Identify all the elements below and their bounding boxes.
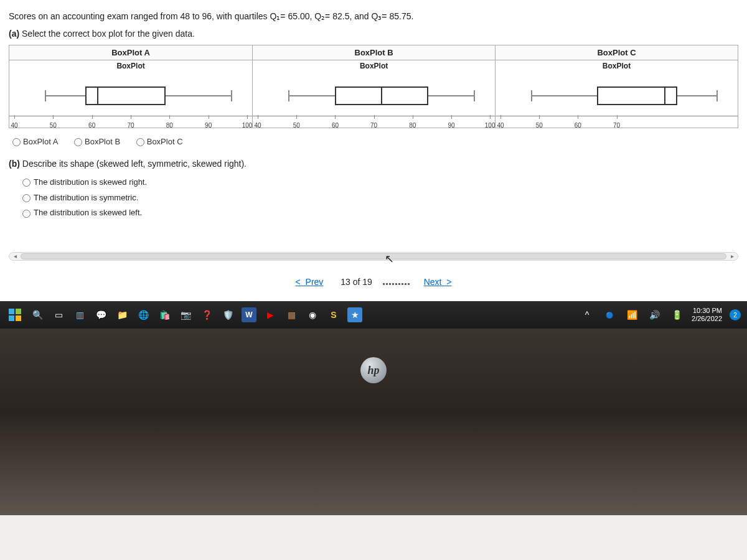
youtube-icon[interactable]: ▶: [263, 307, 278, 322]
file-explorer-icon[interactable]: 📁: [115, 307, 129, 322]
part-a-prompt: (a) Select the correct box plot for the …: [9, 29, 738, 39]
boxplot-c-chart: 40506070: [496, 72, 738, 128]
store-icon[interactable]: 🛍️: [157, 307, 172, 322]
windows-taskbar: 🔍 ▭ ▥ 💬 📁 🌐 🛍️ 📷 ❓ 🛡️ W ▶ ▦ ◉ S ★ ^ 🔵 📶 …: [0, 301, 747, 329]
radio-skewed-right[interactable]: The distribution is skewed right.: [22, 175, 738, 190]
boxplot-b-title: BoxPlot: [253, 62, 495, 70]
mcafee-icon[interactable]: 🛡️: [220, 307, 235, 322]
radio-boxplot-a-label: BoxPlot A: [23, 137, 58, 146]
scroll-thumb[interactable]: [21, 253, 726, 259]
boxplot-c-title: BoxPlot: [496, 62, 738, 70]
radio-skewed-right-label: The distribution is skewed right.: [34, 177, 147, 187]
volume-icon[interactable]: 🔊: [647, 307, 662, 322]
star-app-icon[interactable]: ★: [347, 307, 362, 322]
radio-symmetric[interactable]: The distribution is symmetric.: [22, 190, 738, 206]
radio-symmetric-label: The distribution is symmetric.: [34, 193, 138, 202]
task-view-icon[interactable]: ▭: [51, 307, 66, 322]
hp-logo-icon: hp: [360, 357, 387, 383]
question-of: of: [353, 277, 360, 287]
camera-icon[interactable]: 📷: [178, 307, 193, 322]
chat-icon[interactable]: 💬: [93, 307, 108, 322]
radio-boxplot-c-label: BoxPlot C: [147, 137, 183, 146]
prev-label: Prev: [306, 277, 324, 287]
radio-boxplot-b-label: BoxPlot B: [85, 137, 120, 146]
boxplot-a-header: BoxPlot A: [9, 45, 253, 60]
part-b-prompt: (b) Describe its shape (skewed left, sym…: [9, 159, 738, 169]
radio-boxplot-c-input[interactable]: [136, 138, 144, 146]
prev-link[interactable]: < Prev: [296, 277, 324, 287]
wifi-icon[interactable]: 📶: [624, 307, 639, 322]
edge-icon[interactable]: 🌐: [136, 307, 151, 322]
part-a-text: Select the correct box plot for the give…: [22, 29, 195, 39]
boxplot-c-header: BoxPlot C: [496, 45, 738, 60]
grid-icon[interactable]: [382, 278, 410, 287]
word-icon[interactable]: W: [242, 307, 256, 322]
radio-boxplot-c[interactable]: BoxPlot C: [136, 137, 183, 146]
part-a-choices: BoxPlot A BoxPlot B BoxPlot C: [12, 137, 738, 146]
problem-intro: Scores on an accounting exam ranged from…: [9, 11, 738, 21]
boxplot-a-chart: 405060708090100: [9, 72, 252, 128]
charts-table: BoxPlot A BoxPlot B BoxPlot C BoxPlot 40…: [9, 45, 738, 128]
taskbar-time: 10:30 PM: [692, 307, 722, 315]
part-a-label: (a): [9, 29, 19, 39]
radio-boxplot-b[interactable]: BoxPlot B: [74, 137, 120, 146]
radio-symmetric-input[interactable]: [22, 194, 31, 202]
question-nav: < Prev 13 of 19 Next >: [9, 277, 738, 296]
radio-skewed-right-input[interactable]: [22, 179, 31, 187]
question-current: 13: [341, 277, 350, 287]
chevron-up-icon[interactable]: ^: [580, 307, 594, 322]
search-icon[interactable]: 🔍: [30, 307, 45, 322]
boxplot-b-header: BoxPlot B: [253, 45, 496, 60]
boxplot-b-chart: 405060708090100: [253, 72, 495, 128]
input-indicator-icon[interactable]: 🔵: [602, 307, 617, 322]
start-button[interactable]: [6, 306, 24, 324]
chrome-icon[interactable]: ◉: [305, 307, 320, 322]
radio-boxplot-a[interactable]: BoxPlot A: [12, 137, 58, 146]
taskbar-clock[interactable]: 10:30 PM 2/26/2022: [692, 307, 722, 324]
laptop-keyboard-area: hp: [0, 329, 747, 515]
scroll-right-arrow-icon[interactable]: ▸: [728, 253, 736, 260]
taskbar-right: ^ 🔵 📶 🔊 🔋 10:30 PM 2/26/2022 2: [580, 307, 741, 324]
boxplot-a-title: BoxPlot: [9, 62, 252, 70]
radio-boxplot-b-input[interactable]: [74, 138, 82, 146]
help-icon[interactable]: ❓: [199, 307, 214, 322]
next-label: Next: [424, 277, 442, 287]
horizontal-scrollbar[interactable]: ◂ ▸: [9, 252, 738, 261]
question-page: Scores on an accounting exam ranged from…: [0, 0, 747, 301]
widgets-icon[interactable]: ▥: [72, 307, 87, 322]
question-counter: 13 of 19: [341, 277, 375, 287]
taskbar-left: 🔍 ▭ ▥ 💬 📁 🌐 🛍️ 📷 ❓ 🛡️ W ▶ ▦ ◉ S ★: [6, 306, 362, 324]
radio-skewed-left-label: The distribution is skewed left.: [34, 208, 142, 217]
boxplot-b-cell[interactable]: BoxPlot 405060708090100: [253, 60, 496, 128]
next-link[interactable]: Next >: [424, 277, 452, 287]
pinned-app-icon[interactable]: ▦: [284, 307, 299, 322]
battery-icon[interactable]: 🔋: [669, 307, 684, 322]
boxplot-a-cell[interactable]: BoxPlot 405060708090100: [9, 60, 253, 128]
radio-skewed-left-input[interactable]: [22, 210, 31, 218]
boxplot-c-cell[interactable]: BoxPlot 40506070: [496, 60, 738, 128]
s-app-icon[interactable]: S: [326, 307, 341, 322]
notifications-icon[interactable]: 2: [730, 309, 741, 320]
radio-boxplot-a-input[interactable]: [12, 138, 21, 146]
part-b-choices: The distribution is skewed right. The di…: [22, 175, 738, 221]
taskbar-date: 2/26/2022: [692, 315, 722, 324]
radio-skewed-left[interactable]: The distribution is skewed left.: [22, 205, 738, 221]
part-b-text: Describe its shape (skewed left, symmetr…: [22, 159, 247, 169]
scroll-left-arrow-icon[interactable]: ◂: [11, 253, 19, 260]
question-total: 19: [362, 277, 372, 287]
part-b-label: (b): [9, 159, 20, 169]
